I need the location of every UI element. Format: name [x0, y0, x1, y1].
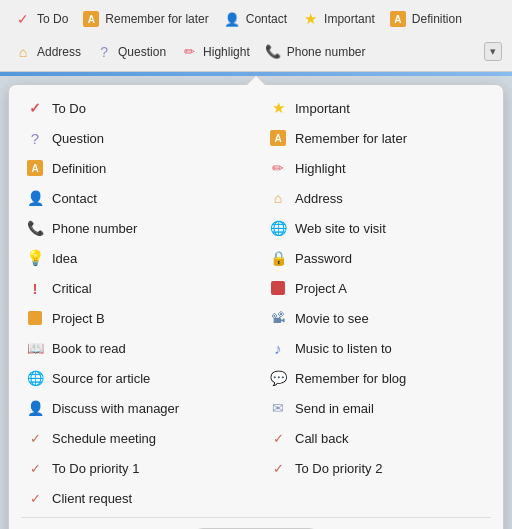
- menu-item-schedule[interactable]: ✓ Schedule meeting: [13, 423, 256, 453]
- email-menu-icon: ✉: [268, 398, 288, 418]
- source-menu-icon: 🌐: [25, 368, 45, 388]
- contact-icon: 👤: [223, 10, 241, 28]
- book-menu-icon: 📖: [25, 338, 45, 358]
- toolbar-item-remember[interactable]: A Remember for later: [78, 8, 212, 30]
- menu-blog-label: Remember for blog: [295, 371, 406, 386]
- menu-item-discuss[interactable]: 👤 Discuss with manager: [13, 393, 256, 423]
- menu-remember-label: Remember for later: [295, 131, 407, 146]
- client-menu-icon: ✓: [25, 488, 45, 508]
- definition-icon: A: [389, 10, 407, 28]
- critical-menu-icon: !: [25, 278, 45, 298]
- todop1-menu-icon: ✓: [25, 458, 45, 478]
- menu-definition-label: Definition: [52, 161, 106, 176]
- menu-todop1-label: To Do priority 1: [52, 461, 139, 476]
- menu-item-projecta[interactable]: Project A: [256, 273, 499, 303]
- toolbar-question-label: Question: [118, 45, 166, 59]
- toolbar-definition-label: Definition: [412, 12, 462, 26]
- menu-grid: ✓ To Do ? Question A Definition 👤 Contac…: [9, 93, 503, 513]
- menu-discuss-label: Discuss with manager: [52, 401, 179, 416]
- definition-menu-icon: A: [25, 158, 45, 178]
- menu-item-callback[interactable]: ✓ Call back: [256, 423, 499, 453]
- discuss-menu-icon: 👤: [25, 398, 45, 418]
- question-icon: ?: [95, 43, 113, 61]
- menu-question-label: Question: [52, 131, 104, 146]
- menu-book-label: Book to read: [52, 341, 126, 356]
- menu-item-movie[interactable]: 📽 Movie to see: [256, 303, 499, 333]
- menu-website-label: Web site to visit: [295, 221, 386, 236]
- menu-source-label: Source for article: [52, 371, 150, 386]
- menu-item-blog[interactable]: 💬 Remember for blog: [256, 363, 499, 393]
- toolbar-more-btn[interactable]: ▾: [484, 42, 502, 61]
- menu-item-client[interactable]: ✓ Client request: [13, 483, 256, 513]
- important-icon: ★: [301, 10, 319, 28]
- phone-icon: 📞: [264, 43, 282, 61]
- menu-highlight-label: Highlight: [295, 161, 346, 176]
- menu-item-definition[interactable]: A Definition: [13, 153, 256, 183]
- menu-projecta-label: Project A: [295, 281, 347, 296]
- toolbar-item-address[interactable]: ⌂ Address: [10, 41, 85, 63]
- toolbar-item-todo[interactable]: ✓ To Do: [10, 8, 72, 30]
- menu-item-address[interactable]: ⌂ Address: [256, 183, 499, 213]
- menu-client-label: Client request: [52, 491, 132, 506]
- phone-menu-icon: 📞: [25, 218, 45, 238]
- projecta-menu-icon: [268, 278, 288, 298]
- toolbar-highlight-label: Highlight: [203, 45, 250, 59]
- todo-icon: ✓: [14, 10, 32, 28]
- toolbar-important-label: Important: [324, 12, 375, 26]
- menu-item-question[interactable]: ? Question: [13, 123, 256, 153]
- menu-projectb-label: Project B: [52, 311, 105, 326]
- toolbar-item-contact[interactable]: 👤 Contact: [219, 8, 291, 30]
- toolbar-item-highlight[interactable]: ✏ Highlight: [176, 41, 254, 63]
- question-menu-icon: ?: [25, 128, 45, 148]
- menu-item-website[interactable]: 🌐 Web site to visit: [256, 213, 499, 243]
- dropdown-arrow-up: [247, 76, 265, 85]
- menu-item-book[interactable]: 📖 Book to read: [13, 333, 256, 363]
- toolbar-contact-label: Contact: [246, 12, 287, 26]
- important-menu-icon: ★: [268, 98, 288, 118]
- toolbar-remember-label: Remember for later: [105, 12, 208, 26]
- toolbar-address-label: Address: [37, 45, 81, 59]
- menu-movie-label: Movie to see: [295, 311, 369, 326]
- menu-contact-label: Contact: [52, 191, 97, 206]
- menu-item-important[interactable]: ★ Important: [256, 93, 499, 123]
- menu-idea-label: Idea: [52, 251, 77, 266]
- menu-divider: [21, 517, 491, 518]
- more-chevron-icon: ▾: [490, 45, 496, 58]
- website-menu-icon: 🌐: [268, 218, 288, 238]
- address-menu-icon: ⌂: [268, 188, 288, 208]
- toolbar-item-definition[interactable]: A Definition: [385, 8, 466, 30]
- menu-music-label: Music to listen to: [295, 341, 392, 356]
- menu-phone-label: Phone number: [52, 221, 137, 236]
- menu-item-email[interactable]: ✉ Send in email: [256, 393, 499, 423]
- menu-item-highlight[interactable]: ✏ Highlight: [256, 153, 499, 183]
- menu-left-col: ✓ To Do ? Question A Definition 👤 Contac…: [13, 93, 256, 513]
- menu-schedule-label: Schedule meeting: [52, 431, 156, 446]
- menu-item-password[interactable]: 🔒 Password: [256, 243, 499, 273]
- menu-address-label: Address: [295, 191, 343, 206]
- menu-item-source[interactable]: 🌐 Source for article: [13, 363, 256, 393]
- menu-item-music[interactable]: ♪ Music to listen to: [256, 333, 499, 363]
- remember-icon: A: [82, 10, 100, 28]
- menu-item-todop2[interactable]: ✓ To Do priority 2: [256, 453, 499, 483]
- idea-menu-icon: 💡: [25, 248, 45, 268]
- menu-item-critical[interactable]: ! Critical: [13, 273, 256, 303]
- menu-item-phone[interactable]: 📞 Phone number: [13, 213, 256, 243]
- menu-important-label: Important: [295, 101, 350, 116]
- schedule-menu-icon: ✓: [25, 428, 45, 448]
- toolbar-item-important[interactable]: ★ Important: [297, 8, 379, 30]
- remove-tag-row: 🏷 Remove Tag: [9, 522, 503, 529]
- menu-item-todop1[interactable]: ✓ To Do priority 1: [13, 453, 256, 483]
- menu-todo-label: To Do: [52, 101, 86, 116]
- address-icon: ⌂: [14, 43, 32, 61]
- toolbar-item-question[interactable]: ? Question: [91, 41, 170, 63]
- menu-item-idea[interactable]: 💡 Idea: [13, 243, 256, 273]
- menu-item-projectb[interactable]: Project B: [13, 303, 256, 333]
- menu-item-todo[interactable]: ✓ To Do: [13, 93, 256, 123]
- blog-menu-icon: 💬: [268, 368, 288, 388]
- toolbar-item-phone[interactable]: 📞 Phone number: [260, 41, 370, 63]
- menu-item-contact[interactable]: 👤 Contact: [13, 183, 256, 213]
- remember-menu-icon: A: [268, 128, 288, 148]
- menu-email-label: Send in email: [295, 401, 374, 416]
- menu-item-remember[interactable]: A Remember for later: [256, 123, 499, 153]
- menu-todop2-label: To Do priority 2: [295, 461, 382, 476]
